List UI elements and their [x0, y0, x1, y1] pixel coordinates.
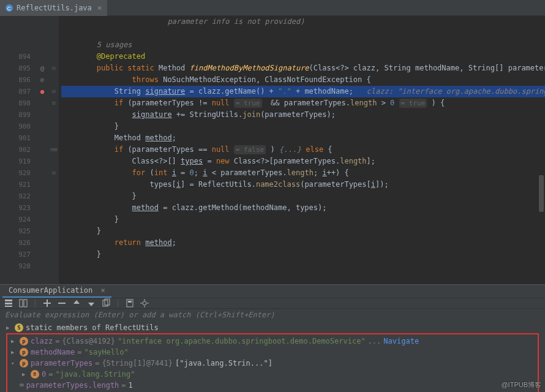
editor-tab-bar: C ReflectUtils.java × — [0, 0, 545, 16]
svg-point-11 — [143, 301, 146, 305]
line-number-gutter: 8948958968978988999009019029199209219229… — [0, 16, 36, 284]
svg-rect-9 — [127, 300, 133, 307]
svg-rect-6 — [24, 300, 27, 307]
var-methodname[interactable]: ▶ p methodName = "sayHello" — [9, 347, 536, 358]
close-debug-tab-icon[interactable]: × — [101, 286, 105, 295]
collapse-icon[interactable]: ▾ — [11, 358, 17, 369]
fold-column: ⊟⊟⊟⊟⊞⊟ — [49, 16, 59, 284]
code-editor[interactable]: 8948958968978988999009019029199209219229… — [0, 16, 545, 284]
remove-watch-icon[interactable] — [57, 298, 67, 308]
threads-icon[interactable] — [4, 298, 13, 308]
close-tab-icon[interactable]: × — [97, 3, 102, 12]
code-content[interactable]: parameter info is not provided) 5 usages… — [59, 16, 545, 284]
infinity-icon: ∞ — [20, 380, 24, 391]
gutter-icon-column: @⊘● — [36, 16, 49, 284]
var-parametertypes[interactable]: ▾ p parameterTypes = {String[1]@7441} ["… — [9, 358, 536, 369]
scrollbar-thumb[interactable] — [539, 175, 544, 212]
restore-layout-icon[interactable] — [18, 298, 28, 308]
svg-rect-2 — [5, 300, 12, 301]
param-badge-icon: p — [20, 359, 28, 368]
var-parametertypes-length[interactable]: ∞ parameterTypes.length = 1 — [9, 380, 536, 391]
svg-rect-4 — [5, 306, 12, 307]
highlighted-vars-group: ▶ p clazz = {Class@4192} "interface org.… — [6, 333, 539, 392]
expand-icon[interactable]: ▶ — [11, 336, 17, 347]
copy-icon[interactable] — [101, 298, 111, 308]
up-icon[interactable] — [72, 298, 81, 308]
debug-toolbar: | | — [0, 298, 545, 309]
svg-rect-3 — [5, 303, 12, 304]
debug-session-tab[interactable]: ConsumerApplication × — [2, 284, 111, 298]
down-icon[interactable] — [86, 298, 96, 308]
evaluate-expression-input[interactable]: Evaluate expression (Enter) or add a wat… — [0, 309, 545, 321]
editor-scrollbar[interactable] — [538, 16, 544, 284]
debug-tab-row: ConsumerApplication × — [0, 285, 545, 298]
debug-panel: ConsumerApplication × | | Evaluate expre… — [0, 284, 545, 392]
expand-icon[interactable]: ▶ — [22, 369, 28, 380]
navigate-link[interactable]: Navigate — [383, 336, 419, 347]
editor-tab[interactable]: C ReflectUtils.java × — [0, 0, 107, 16]
expand-icon[interactable]: ▶ — [6, 322, 12, 333]
settings-icon[interactable] — [140, 298, 149, 308]
calculator-icon[interactable] — [125, 298, 135, 308]
param-badge-icon: p — [20, 348, 28, 356]
editor-tab-filename: ReflectUtils.java — [17, 4, 92, 12]
new-watch-icon[interactable] — [42, 298, 52, 308]
watermark: @ITPUB博客 — [501, 380, 541, 390]
java-class-icon: C — [5, 4, 13, 12]
var-static-members[interactable]: ▶ S static members of ReflectUtils — [4, 322, 541, 333]
svg-rect-5 — [20, 300, 23, 307]
svg-rect-10 — [128, 301, 132, 303]
expand-icon[interactable]: ▶ — [11, 347, 17, 358]
element-badge-icon: ≡ — [31, 370, 39, 379]
param-badge-icon: p — [20, 337, 28, 345]
static-badge-icon: S — [15, 323, 23, 332]
var-parametertypes-0[interactable]: ▶ ≡ 0 = "java.lang.String" — [9, 369, 536, 380]
var-clazz[interactable]: ▶ p clazz = {Class@4192} "interface org.… — [9, 336, 536, 347]
variables-view[interactable]: ▶ S static members of ReflectUtils ▶ p c… — [0, 321, 545, 392]
svg-text:C: C — [7, 5, 11, 11]
